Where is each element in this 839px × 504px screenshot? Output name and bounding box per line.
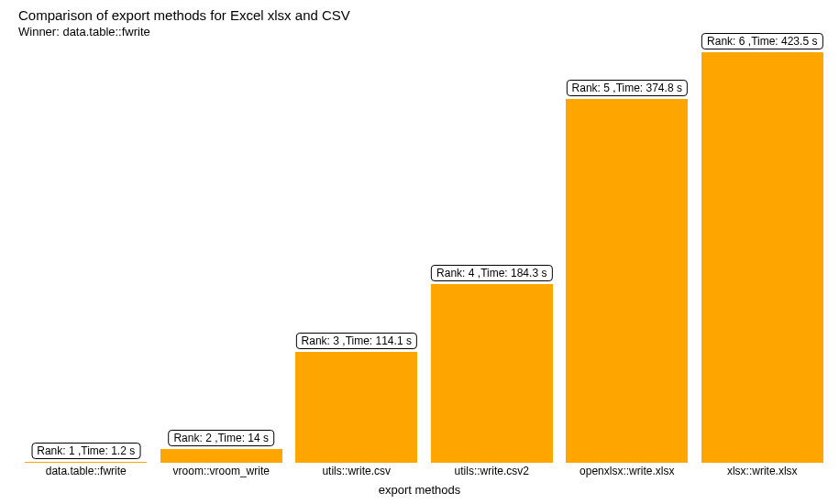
chart-container: Comparison of export methods for Excel x… [0, 0, 839, 504]
x-tick-label: utils::write.csv2 [455, 465, 529, 477]
bar [701, 52, 823, 463]
plot-area: Rank: 1 ,Time: 1.2 sRank: 2 ,Time: 14 sR… [18, 46, 830, 463]
bar-label: Rank: 2 ,Time: 14 s [168, 430, 274, 446]
bar-label: Rank: 1 ,Time: 1.2 s [31, 443, 140, 459]
title-block: Comparison of export methods for Excel x… [18, 7, 350, 38]
bar [566, 99, 688, 463]
bar-label: Rank: 6 ,Time: 423.5 s [701, 33, 822, 49]
bar-label: Rank: 5 ,Time: 374.8 s [567, 80, 688, 96]
x-tick-label: openxlsx::write.xlsx [580, 465, 674, 477]
x-axis-label: export methods [379, 483, 461, 497]
x-tick-label: data.table::fwrite [46, 465, 127, 477]
bar-label: Rank: 3 ,Time: 114.1 s [296, 333, 417, 349]
x-tick-label: utils::write.csv [322, 465, 391, 477]
x-tick-label: xlsx::write.xlsx [727, 465, 798, 477]
chart-title: Comparison of export methods for Excel x… [18, 7, 350, 23]
bar [431, 284, 553, 463]
bar [160, 449, 282, 463]
x-axis-ticks: data.table::fwritevroom::vroom_writeutil… [18, 465, 830, 478]
x-tick-label: vroom::vroom_write [173, 465, 270, 477]
chart-subtitle: Winner: data.table::fwrite [18, 25, 350, 38]
bar [295, 352, 417, 463]
bar-label: Rank: 4 ,Time: 184.3 s [431, 265, 552, 281]
bar [25, 462, 147, 463]
